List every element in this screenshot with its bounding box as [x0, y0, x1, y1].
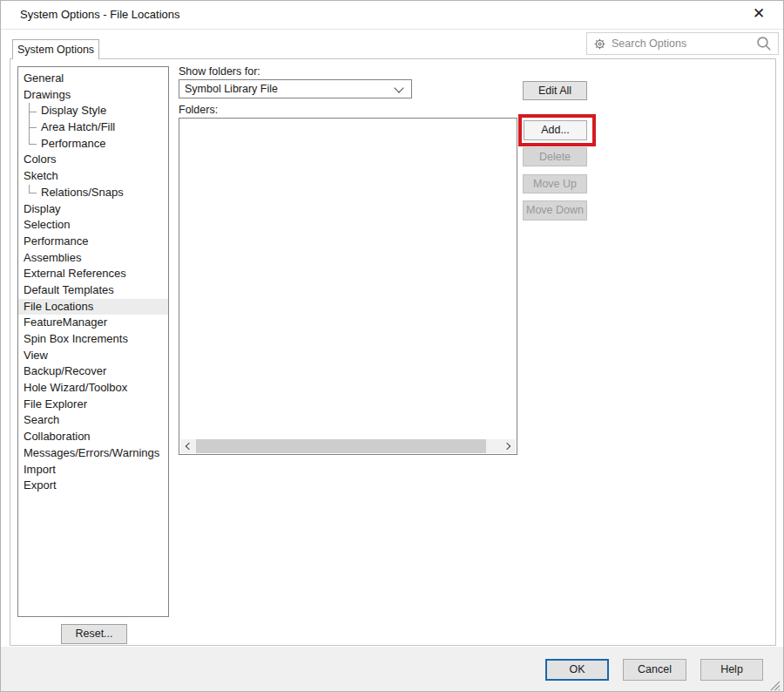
- sidebar-item-display-style[interactable]: Display Style: [18, 103, 168, 119]
- sidebar-item-backup-recover[interactable]: Backup/Recover: [18, 363, 168, 380]
- sidebar-item-external-references[interactable]: External References: [18, 266, 168, 282]
- edit-all-button[interactable]: Edit All: [523, 81, 587, 100]
- sidebar-item-area-hatch-fill[interactable]: Area Hatch/Fill: [18, 119, 168, 136]
- sidebar-item-hole-wizard-toolbox[interactable]: Hole Wizard/Toolbox: [18, 380, 168, 397]
- horizontal-scrollbar[interactable]: [180, 439, 516, 453]
- show-folders-label: Show folders for:: [179, 65, 260, 78]
- close-icon[interactable]: ✕: [741, 1, 776, 29]
- resize-grip-icon[interactable]: [768, 679, 781, 691]
- scroll-left-icon[interactable]: [180, 439, 195, 453]
- system-options-dialog: System Options - File Locations ✕ System…: [0, 0, 784, 692]
- sidebar-item-view[interactable]: View: [18, 348, 168, 364]
- titlebar: System Options - File Locations ✕: [1, 1, 783, 29]
- delete-button: Delete: [523, 147, 587, 166]
- cancel-button[interactable]: Cancel: [623, 659, 686, 681]
- scroll-right-icon[interactable]: [501, 439, 516, 453]
- sidebar-item-default-templates[interactable]: Default Templates: [18, 282, 168, 299]
- options-tree: GeneralDrawingsDisplay StyleArea Hatch/F…: [17, 66, 169, 617]
- ok-button[interactable]: OK: [545, 659, 609, 681]
- window-title: System Options - File Locations: [20, 1, 180, 29]
- add-button[interactable]: Add...: [524, 120, 587, 140]
- sidebar-item-messages-errors-warnings[interactable]: Messages/Errors/Warnings: [18, 445, 168, 462]
- sidebar-item-spin-box-increments[interactable]: Spin Box Increments: [18, 331, 168, 348]
- sidebar-item-assemblies[interactable]: Assemblies: [18, 250, 168, 267]
- sidebar-item-drawings[interactable]: Drawings: [18, 87, 168, 104]
- move-up-button: Move Up: [523, 174, 587, 193]
- sidebar-item-selection[interactable]: Selection: [18, 217, 168, 234]
- chevron-down-icon: [394, 83, 403, 92]
- sidebar-item-search[interactable]: Search: [18, 412, 168, 429]
- search-input[interactable]: [612, 37, 751, 50]
- help-button[interactable]: Help: [700, 659, 763, 681]
- sidebar-item-file-locations[interactable]: File Locations: [18, 299, 168, 315]
- folders-list[interactable]: [179, 118, 517, 455]
- sidebar-item-performance[interactable]: Performance: [18, 234, 168, 250]
- search-icon[interactable]: [756, 36, 772, 51]
- titlebar-separator: [1, 29, 783, 30]
- folders-label: Folders:: [179, 104, 218, 116]
- tab-page: GeneralDrawingsDisplay StyleArea Hatch/F…: [10, 58, 776, 646]
- sidebar-item-relations-snaps[interactable]: Relations/Snaps: [18, 185, 168, 201]
- sidebar-item-performance[interactable]: Performance: [18, 136, 168, 153]
- gear-icon: [593, 37, 606, 51]
- sidebar-item-general[interactable]: General: [18, 71, 168, 87]
- sidebar-item-export[interactable]: Export: [18, 478, 168, 494]
- show-folders-dropdown[interactable]: Symbol Library File: [179, 79, 412, 98]
- reset-button[interactable]: Reset...: [61, 624, 127, 644]
- sidebar-item-sketch[interactable]: Sketch: [18, 168, 168, 185]
- sidebar-item-colors[interactable]: Colors: [18, 152, 168, 168]
- scrollbar-thumb[interactable]: [196, 439, 486, 453]
- sidebar-item-import[interactable]: Import: [18, 462, 168, 478]
- sidebar-item-featuremanager[interactable]: FeatureManager: [18, 315, 168, 331]
- sidebar-item-file-explorer[interactable]: File Explorer: [18, 397, 168, 413]
- tab-system-options[interactable]: System Options: [12, 39, 99, 59]
- move-down-button: Move Down: [523, 200, 587, 220]
- search-box[interactable]: [586, 32, 779, 55]
- sidebar-item-display[interactable]: Display: [18, 201, 168, 218]
- footer-bar: OK Cancel Help: [1, 647, 783, 692]
- sidebar-item-collaboration[interactable]: Collaboration: [18, 429, 168, 445]
- dropdown-value: Symbol Library File: [185, 83, 278, 95]
